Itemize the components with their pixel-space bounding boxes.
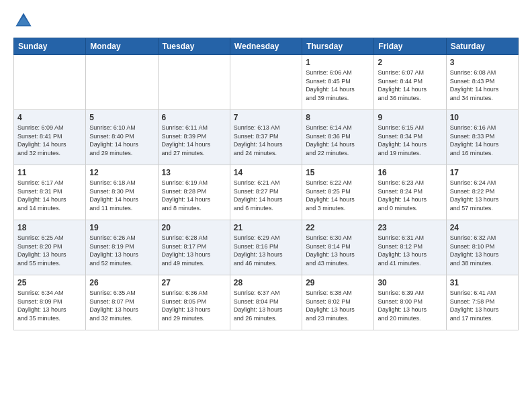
weekday-header-wednesday: Wednesday — [230, 38, 302, 55]
day-info: Sunrise: 6:13 AM Sunset: 8:37 PM Dayligh… — [234, 124, 298, 157]
day-info: Sunrise: 6:31 AM Sunset: 8:12 PM Dayligh… — [378, 234, 442, 267]
calendar-cell: 25Sunrise: 6:34 AM Sunset: 8:09 PM Dayli… — [14, 275, 86, 330]
day-info: Sunrise: 6:06 AM Sunset: 8:45 PM Dayligh… — [306, 68, 370, 102]
day-number: 26 — [89, 278, 154, 287]
day-info: Sunrise: 6:30 AM Sunset: 8:14 PM Dayligh… — [306, 234, 370, 267]
day-number: 7 — [234, 113, 298, 122]
calendar-cell: 22Sunrise: 6:30 AM Sunset: 8:14 PM Dayli… — [302, 220, 374, 275]
week-row-3: 11Sunrise: 6:17 AM Sunset: 8:31 PM Dayli… — [14, 165, 519, 220]
week-row-2: 4Sunrise: 6:09 AM Sunset: 8:41 PM Daylig… — [14, 110, 519, 165]
day-info: Sunrise: 6:38 AM Sunset: 8:02 PM Dayligh… — [306, 289, 370, 322]
calendar-cell: 3Sunrise: 6:08 AM Sunset: 8:43 PM Daylig… — [446, 55, 518, 110]
day-number: 14 — [234, 168, 298, 177]
day-number: 27 — [162, 278, 226, 287]
day-number: 4 — [17, 113, 82, 122]
day-number: 22 — [306, 223, 370, 232]
day-number: 1 — [306, 58, 370, 67]
calendar-cell: 9Sunrise: 6:15 AM Sunset: 8:34 PM Daylig… — [374, 110, 446, 165]
day-number: 28 — [234, 278, 298, 287]
calendar: SundayMondayTuesdayWednesdayThursdayFrid… — [13, 38, 519, 330]
day-number: 21 — [234, 223, 298, 232]
calendar-cell — [230, 55, 302, 110]
calendar-cell: 1Sunrise: 6:06 AM Sunset: 8:45 PM Daylig… — [302, 55, 374, 110]
day-info: Sunrise: 6:23 AM Sunset: 8:24 PM Dayligh… — [378, 179, 442, 212]
calendar-cell: 14Sunrise: 6:21 AM Sunset: 8:27 PM Dayli… — [230, 165, 302, 220]
day-number: 16 — [378, 168, 442, 177]
calendar-cell: 5Sunrise: 6:10 AM Sunset: 8:40 PM Daylig… — [86, 110, 158, 165]
calendar-cell: 21Sunrise: 6:29 AM Sunset: 8:16 PM Dayli… — [230, 220, 302, 275]
day-number: 24 — [450, 223, 515, 232]
weekday-header-sunday: Sunday — [14, 38, 86, 55]
day-number: 20 — [162, 223, 226, 232]
day-info: Sunrise: 6:18 AM Sunset: 8:30 PM Dayligh… — [89, 179, 154, 212]
day-info: Sunrise: 6:10 AM Sunset: 8:40 PM Dayligh… — [89, 124, 154, 157]
day-number: 31 — [450, 278, 515, 287]
calendar-cell: 2Sunrise: 6:07 AM Sunset: 8:44 PM Daylig… — [374, 55, 446, 110]
calendar-cell: 23Sunrise: 6:31 AM Sunset: 8:12 PM Dayli… — [374, 220, 446, 275]
calendar-cell: 26Sunrise: 6:35 AM Sunset: 8:07 PM Dayli… — [86, 275, 158, 330]
day-number: 13 — [162, 168, 226, 177]
calendar-cell: 28Sunrise: 6:37 AM Sunset: 8:04 PM Dayli… — [230, 275, 302, 330]
calendar-cell: 4Sunrise: 6:09 AM Sunset: 8:41 PM Daylig… — [14, 110, 86, 165]
weekday-header-row: SundayMondayTuesdayWednesdayThursdayFrid… — [14, 38, 519, 55]
calendar-cell: 13Sunrise: 6:19 AM Sunset: 8:28 PM Dayli… — [158, 165, 230, 220]
day-number: 6 — [162, 113, 226, 122]
calendar-cell: 20Sunrise: 6:28 AM Sunset: 8:17 PM Dayli… — [158, 220, 230, 275]
day-number: 19 — [89, 223, 154, 232]
day-info: Sunrise: 6:19 AM Sunset: 8:28 PM Dayligh… — [162, 179, 226, 212]
calendar-cell — [158, 55, 230, 110]
day-info: Sunrise: 6:14 AM Sunset: 8:36 PM Dayligh… — [306, 124, 370, 157]
calendar-cell: 27Sunrise: 6:36 AM Sunset: 8:05 PM Dayli… — [158, 275, 230, 330]
page: SundayMondayTuesdayWednesdayThursdayFrid… — [0, 0, 532, 411]
day-number: 3 — [450, 58, 515, 67]
calendar-cell: 15Sunrise: 6:22 AM Sunset: 8:25 PM Dayli… — [302, 165, 374, 220]
day-number: 11 — [17, 168, 82, 177]
week-row-1: 1Sunrise: 6:06 AM Sunset: 8:45 PM Daylig… — [14, 55, 519, 110]
day-info: Sunrise: 6:28 AM Sunset: 8:17 PM Dayligh… — [162, 234, 226, 267]
day-info: Sunrise: 6:08 AM Sunset: 8:43 PM Dayligh… — [450, 68, 515, 102]
day-info: Sunrise: 6:41 AM Sunset: 7:58 PM Dayligh… — [450, 289, 515, 322]
day-number: 12 — [89, 168, 154, 177]
calendar-cell: 12Sunrise: 6:18 AM Sunset: 8:30 PM Dayli… — [86, 165, 158, 220]
day-number: 10 — [450, 113, 515, 122]
day-number: 23 — [378, 223, 442, 232]
calendar-cell: 8Sunrise: 6:14 AM Sunset: 8:36 PM Daylig… — [302, 110, 374, 165]
day-info: Sunrise: 6:32 AM Sunset: 8:10 PM Dayligh… — [450, 234, 515, 267]
calendar-cell: 16Sunrise: 6:23 AM Sunset: 8:24 PM Dayli… — [374, 165, 446, 220]
day-info: Sunrise: 6:21 AM Sunset: 8:27 PM Dayligh… — [234, 179, 298, 212]
calendar-cell: 17Sunrise: 6:24 AM Sunset: 8:22 PM Dayli… — [446, 165, 518, 220]
day-number: 9 — [378, 113, 442, 122]
day-number: 8 — [306, 113, 370, 122]
weekday-header-friday: Friday — [374, 38, 446, 55]
day-info: Sunrise: 6:24 AM Sunset: 8:22 PM Dayligh… — [450, 179, 515, 212]
day-number: 30 — [378, 278, 442, 287]
calendar-cell: 6Sunrise: 6:11 AM Sunset: 8:39 PM Daylig… — [158, 110, 230, 165]
day-info: Sunrise: 6:17 AM Sunset: 8:31 PM Dayligh… — [17, 179, 82, 212]
day-number: 25 — [17, 278, 82, 287]
day-info: Sunrise: 6:39 AM Sunset: 8:00 PM Dayligh… — [378, 289, 442, 322]
day-number: 29 — [306, 278, 370, 287]
day-info: Sunrise: 6:37 AM Sunset: 8:04 PM Dayligh… — [234, 289, 298, 322]
calendar-cell: 10Sunrise: 6:16 AM Sunset: 8:33 PM Dayli… — [446, 110, 518, 165]
calendar-cell: 7Sunrise: 6:13 AM Sunset: 8:37 PM Daylig… — [230, 110, 302, 165]
day-info: Sunrise: 6:22 AM Sunset: 8:25 PM Dayligh… — [306, 179, 370, 212]
day-number: 5 — [89, 113, 154, 122]
day-info: Sunrise: 6:09 AM Sunset: 8:41 PM Dayligh… — [17, 124, 82, 157]
weekday-header-thursday: Thursday — [302, 38, 374, 55]
day-info: Sunrise: 6:29 AM Sunset: 8:16 PM Dayligh… — [234, 234, 298, 267]
logo — [13, 11, 38, 31]
svg-marker-1 — [17, 16, 30, 25]
calendar-cell: 19Sunrise: 6:26 AM Sunset: 8:19 PM Dayli… — [86, 220, 158, 275]
day-info: Sunrise: 6:34 AM Sunset: 8:09 PM Dayligh… — [17, 289, 82, 322]
day-number: 17 — [450, 168, 515, 177]
day-info: Sunrise: 6:26 AM Sunset: 8:19 PM Dayligh… — [89, 234, 154, 267]
day-info: Sunrise: 6:15 AM Sunset: 8:34 PM Dayligh… — [378, 124, 442, 157]
calendar-cell: 31Sunrise: 6:41 AM Sunset: 7:58 PM Dayli… — [446, 275, 518, 330]
calendar-cell: 18Sunrise: 6:25 AM Sunset: 8:20 PM Dayli… — [14, 220, 86, 275]
weekday-header-monday: Monday — [86, 38, 158, 55]
day-number: 15 — [306, 168, 370, 177]
calendar-cell: 29Sunrise: 6:38 AM Sunset: 8:02 PM Dayli… — [302, 275, 374, 330]
day-info: Sunrise: 6:35 AM Sunset: 8:07 PM Dayligh… — [89, 289, 154, 322]
calendar-cell: 11Sunrise: 6:17 AM Sunset: 8:31 PM Dayli… — [14, 165, 86, 220]
day-info: Sunrise: 6:16 AM Sunset: 8:33 PM Dayligh… — [450, 124, 515, 157]
